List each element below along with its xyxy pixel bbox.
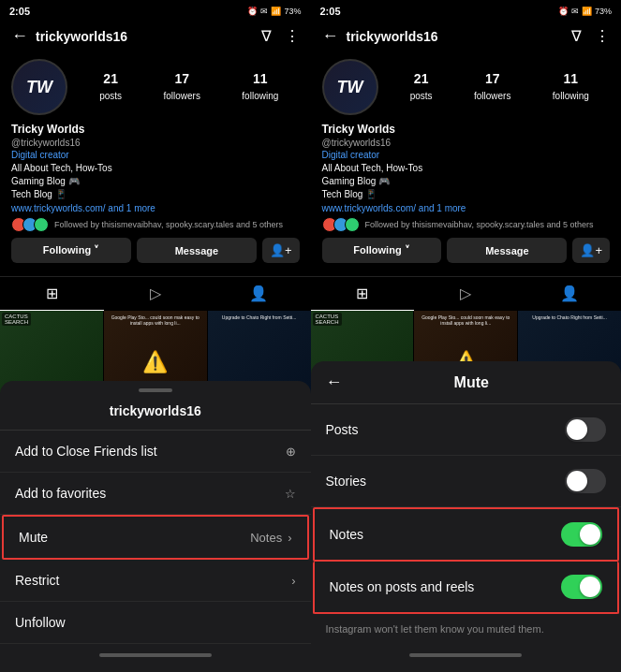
mute-item-posts: Posts — [311, 404, 622, 456]
tab-grid-left[interactable]: ⊞ — [0, 277, 104, 311]
tab-tagged-right[interactable]: 👤 — [518, 277, 622, 311]
bio-line2: Gaming Blog 🎮 — [11, 176, 80, 186]
tab-tagged-left[interactable]: 👤 — [207, 277, 311, 311]
sheet-item-close-friends[interactable]: Add to Close Friends list ⊕ — [0, 431, 311, 473]
action-buttons-left: Following ˅ Message 👤+ — [11, 238, 300, 263]
mute-right: Notes › — [250, 531, 291, 545]
bio-line3-right: Tech Blog 📱 — [322, 189, 377, 199]
mute-item-notes: Notes — [313, 507, 620, 562]
posts-label-left: posts — [99, 91, 122, 101]
profile-section-right: TW 21 posts 17 followers 11 following Tr… — [311, 51, 622, 276]
mute-back-button[interactable]: ← — [326, 373, 343, 392]
back-button-right[interactable]: ← — [322, 26, 339, 46]
mute-stories-toggle[interactable] — [565, 469, 606, 493]
message-button-right[interactable]: Message — [447, 238, 567, 263]
close-friends-label: Add to Close Friends list — [15, 444, 157, 459]
status-bar-left: 2:05 ⏰ ✉ 📶 73% — [0, 0, 311, 21]
action-buttons-right: Following ˅ Message 👤+ — [322, 238, 611, 263]
overlay-text-2: Upgrade to Chato Right from Setti... — [208, 314, 311, 320]
followed-by-row-left: Followed by thisismevaibhav, spooky.scar… — [11, 217, 300, 232]
message-status-icon: ✉ — [260, 7, 268, 16]
profile-top-left: TW 21 posts 17 followers 11 following — [11, 59, 300, 115]
stat-posts-left: 21 posts — [99, 71, 122, 103]
tab-video-left[interactable]: ▷ — [104, 277, 208, 311]
profile-category-right: Digital creator — [322, 150, 611, 160]
cactus-label-right: CACTUSSEARCH — [313, 313, 342, 326]
profile-stats-right: 21 posts 17 followers 11 following — [390, 71, 611, 103]
mute-notes-label: Notes — [330, 527, 364, 542]
posts-label-right: posts — [410, 91, 433, 101]
sheet-item-favorites[interactable]: Add to favorites ☆ — [0, 473, 311, 515]
message-button-left[interactable]: Message — [137, 238, 257, 263]
mute-sheet-right: ← Mute Posts Stories Notes Notes on post… — [311, 361, 622, 672]
unfollow-label: Unfollow — [15, 615, 66, 630]
profile-handle-row-left: @trickyworlds16 — [11, 138, 300, 148]
bio-line1-right: All About Tech, How-Tos — [322, 163, 423, 173]
profile-website-left[interactable]: www.trickyworlds.com/ and 1 more — [11, 203, 300, 213]
more-icon-right[interactable]: ⋮ — [595, 27, 610, 45]
followed-by-row-right: Followed by thisismevaibhav, spooky.scar… — [322, 217, 611, 232]
mute-posts-label: Posts — [326, 422, 359, 437]
status-icons-left: ⏰ ✉ 📶 73% — [247, 7, 301, 16]
followers-label-right: followers — [474, 91, 510, 101]
sheet-item-unfollow[interactable]: Unfollow — [0, 602, 311, 644]
profile-handle-right: @trickyworlds16 — [322, 138, 392, 148]
add-person-button-right[interactable]: 👤+ — [572, 238, 610, 263]
bio-line3: Tech Blog 📱 — [11, 189, 67, 199]
following-button-right[interactable]: Following ˅ — [322, 238, 442, 263]
sheet-username-left: trickyworlds16 — [0, 400, 311, 431]
profile-bio-right: All About Tech, How-Tos Gaming Blog 🎮 Te… — [322, 162, 611, 201]
following-label-right: following — [553, 91, 589, 101]
nav-icons-left: ∇ ⋮ — [261, 27, 300, 45]
warning-icon: ⚠️ — [142, 350, 168, 374]
profile-name-right: Tricky Worlds — [322, 123, 611, 136]
follower-avatar-3-right — [345, 217, 360, 232]
mute-notes-posts-toggle[interactable] — [561, 575, 602, 599]
mute-chevron: › — [288, 531, 291, 545]
profile-category-left: Digital creator — [11, 150, 300, 160]
cactus-label: CACTUSSEARCH — [2, 313, 31, 326]
more-icon-left[interactable]: ⋮ — [285, 27, 300, 45]
back-button-left[interactable]: ← — [11, 26, 28, 46]
top-nav-left: ← trickyworlds16 ∇ ⋮ — [0, 21, 311, 51]
restrict-chevron: › — [291, 574, 295, 588]
post-tabs-right: ⊞ ▷ 👤 — [311, 276, 622, 311]
followers-label-left: followers — [163, 91, 200, 101]
post-tabs-left: ⊞ ▷ 👤 — [0, 276, 311, 311]
sheet-item-restrict[interactable]: Restrict › — [0, 560, 311, 602]
tab-grid-right[interactable]: ⊞ — [311, 277, 415, 311]
status-icons-right: ⏰ ✉ 📶 73% — [558, 7, 612, 16]
bio-line1: All About Tech, How-Tos — [11, 163, 112, 173]
profile-handle-row-right: @trickyworlds16 — [322, 138, 611, 148]
following-button-left[interactable]: Following ˅ — [11, 238, 131, 263]
following-count-right: 11 — [553, 71, 589, 86]
mute-notes-posts-label: Notes on posts and reels — [330, 579, 475, 594]
following-label-left: following — [242, 91, 278, 101]
profile-top-right: TW 21 posts 17 followers 11 following — [322, 59, 611, 115]
stat-followers-left: 17 followers — [163, 71, 200, 103]
time-left: 2:05 — [9, 6, 30, 17]
nav-icons-right: ∇ ⋮ — [571, 27, 610, 45]
profile-website-right[interactable]: www.trickyworlds.com/ and 1 more — [322, 203, 611, 213]
posts-count-right: 21 — [410, 71, 433, 86]
time-right: 2:05 — [320, 6, 341, 17]
mute-stories-label: Stories — [326, 474, 367, 489]
bottom-pill-left — [99, 653, 212, 657]
profile-bio-left: All About Tech, How-Tos Gaming Blog 🎮 Te… — [11, 162, 300, 201]
alarm-icon: ⏰ — [247, 7, 258, 16]
stat-following-left: 11 following — [242, 71, 278, 103]
send-icon-right[interactable]: ∇ — [571, 27, 582, 45]
toggle-knob-posts — [567, 419, 587, 440]
tab-video-right[interactable]: ▷ — [414, 277, 518, 311]
followers-count-right: 17 — [474, 71, 510, 86]
bio-line2-right: Gaming Blog 🎮 — [322, 176, 391, 186]
add-person-button-left[interactable]: 👤+ — [262, 238, 300, 263]
followers-count-left: 17 — [163, 71, 200, 86]
mute-posts-toggle[interactable] — [565, 417, 606, 442]
mute-notes-toggle[interactable] — [561, 522, 602, 547]
followed-by-text-left: Followed by thisismevaibhav, spooky.scar… — [54, 220, 283, 229]
left-phone-panel: 2:05 ⏰ ✉ 📶 73% ← trickyworlds16 ∇ ⋮ TW 2… — [0, 0, 311, 672]
sheet-item-mute[interactable]: Mute Notes › — [2, 515, 309, 560]
battery-icon-right: 73% — [595, 7, 612, 16]
send-icon-left[interactable]: ∇ — [261, 27, 272, 45]
